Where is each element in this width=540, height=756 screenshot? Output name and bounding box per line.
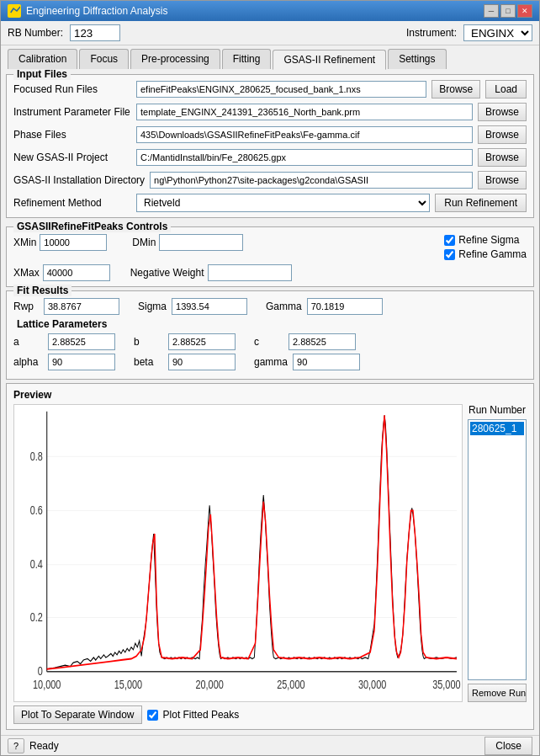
gsas-install-row: GSAS-II Installation Directory Browse xyxy=(13,171,527,189)
gamma2-label: gamma xyxy=(254,356,288,368)
tab-focus[interactable]: Focus xyxy=(79,49,129,69)
svg-text:15,000: 15,000 xyxy=(114,678,142,691)
tab-settings[interactable]: Settings xyxy=(388,49,446,69)
xmax-label: XMax xyxy=(13,267,40,279)
svg-text:35,000: 35,000 xyxy=(432,678,460,691)
run-number-panel: Run Number 280625_1 Remove Run xyxy=(468,404,527,702)
run-refinement-button[interactable]: Run Refinement xyxy=(435,194,527,212)
instrument-param-input[interactable] xyxy=(136,104,473,120)
alpha-input[interactable] xyxy=(48,354,115,370)
controls-group: GSASIIRefineFitPeaks Controls XMin DMin … xyxy=(6,226,534,287)
refinement-method-label: Refinement Method xyxy=(13,197,131,209)
svg-text:0.6: 0.6 xyxy=(30,504,43,518)
alpha-label: alpha xyxy=(13,356,43,368)
instrument-param-browse[interactable]: Browse xyxy=(478,103,527,121)
main-window: Engineering Diffraction Analysis ─ □ ✕ R… xyxy=(0,0,540,756)
instrument-param-row: Instrument Parameter File Browse xyxy=(13,103,527,121)
b-input[interactable] xyxy=(168,333,236,350)
rwp-label: Rwp xyxy=(13,301,39,312)
sigma-label: Sigma xyxy=(138,301,167,312)
input-files-title: Input Files xyxy=(13,69,71,80)
gsas-install-input[interactable] xyxy=(150,172,473,189)
refine-gamma-checkbox[interactable] xyxy=(444,249,455,260)
rwp-input[interactable] xyxy=(44,298,119,315)
plot-fitted-label: Plot Fitted Peaks xyxy=(163,709,240,721)
status-bar: ? Ready Close xyxy=(1,735,539,755)
minimize-button[interactable]: ─ xyxy=(484,4,499,18)
gsas-install-browse[interactable]: Browse xyxy=(478,171,527,189)
rb-number-label: RB Number: xyxy=(8,27,63,39)
plot-fitted-checkbox[interactable] xyxy=(147,710,158,721)
new-gsas-browse[interactable]: Browse xyxy=(478,148,527,167)
xmin-input[interactable] xyxy=(40,234,107,251)
dmin-input[interactable] xyxy=(159,234,243,251)
focused-run-input[interactable] xyxy=(136,81,426,98)
maximize-button[interactable]: □ xyxy=(500,4,516,18)
svg-text:10,000: 10,000 xyxy=(33,678,61,691)
tab-fitting[interactable]: Fitting xyxy=(222,49,272,69)
title-bar: Engineering Diffraction Analysis ─ □ ✕ xyxy=(1,1,539,21)
instrument-param-label: Instrument Parameter File xyxy=(13,106,131,118)
toolbar: RB Number: Instrument: ENGINX xyxy=(1,21,539,45)
gamma-label: Gamma xyxy=(266,301,302,312)
dmin-label: DMin xyxy=(132,237,156,248)
new-gsas-label: New GSAS-II Project xyxy=(13,152,131,163)
gamma2-input[interactable] xyxy=(293,354,360,370)
refinement-select[interactable]: Rietveld Pawley xyxy=(136,194,430,212)
phase-row: Phase Files Browse xyxy=(13,125,527,144)
c-label: c xyxy=(254,336,283,348)
phase-label: Phase Files xyxy=(13,129,131,141)
svg-text:0.2: 0.2 xyxy=(30,611,43,625)
run-number-item[interactable]: 280625_1 xyxy=(470,422,524,435)
instrument-label: Instrument: xyxy=(406,27,457,39)
preview-group: Preview 0 0.2 0.4 0.6 0.8 xyxy=(6,383,534,730)
focused-run-browse[interactable]: Browse xyxy=(431,80,480,98)
close-button[interactable]: Close xyxy=(484,737,532,755)
gamma-input[interactable] xyxy=(307,298,383,315)
lattice-section: Lattice Parameters a b c alpha beta gamm… xyxy=(13,318,527,370)
preview-title: Preview xyxy=(13,389,527,401)
window-controls: ─ □ ✕ xyxy=(484,4,532,18)
diffraction-chart: 0 0.2 0.4 0.6 0.8 xyxy=(14,405,462,701)
phase-browse[interactable]: Browse xyxy=(478,125,527,144)
tab-calibration[interactable]: Calibration xyxy=(8,49,77,69)
load-button[interactable]: Load xyxy=(485,80,527,98)
tab-gsas2-refinement[interactable]: GSAS-II Refinement xyxy=(273,50,386,70)
sigma-input[interactable] xyxy=(172,298,247,315)
main-content: Input Files Focused Run Files Browse Loa… xyxy=(1,69,539,735)
refine-gamma-label: Refine Gamma xyxy=(458,248,527,260)
phase-input[interactable] xyxy=(136,126,473,143)
rb-number-input[interactable] xyxy=(70,24,120,41)
a-label: a xyxy=(13,336,43,348)
window-close-button[interactable]: ✕ xyxy=(517,4,532,18)
lattice-angles-row: alpha beta gamma xyxy=(13,354,527,370)
controls-title: GSASIIRefineFitPeaks Controls xyxy=(13,221,171,232)
tab-preprocessing[interactable]: Pre-processing xyxy=(130,49,220,69)
svg-point-0 xyxy=(9,13,12,15)
beta-label: beta xyxy=(134,356,163,368)
svg-text:0: 0 xyxy=(38,665,43,679)
svg-text:20,000: 20,000 xyxy=(196,678,224,691)
status-left: ? Ready xyxy=(8,738,59,753)
svg-text:30,000: 30,000 xyxy=(358,678,386,691)
run-number-list[interactable]: 280625_1 xyxy=(468,419,527,680)
remove-run-button[interactable]: Remove Run xyxy=(468,684,527,702)
new-gsas-row: New GSAS-II Project Browse xyxy=(13,148,527,167)
xmin-label: XMin xyxy=(13,237,36,248)
a-input[interactable] xyxy=(48,333,115,350)
refinement-row: Refinement Method Rietveld Pawley Run Re… xyxy=(13,194,527,212)
negative-weight-input[interactable] xyxy=(208,264,292,281)
new-gsas-input[interactable] xyxy=(136,149,473,166)
focused-run-label: Focused Run Files xyxy=(13,83,131,95)
plot-separate-button[interactable]: Plot To Separate Window xyxy=(13,705,142,724)
c-input[interactable] xyxy=(289,333,356,350)
beta-input[interactable] xyxy=(168,354,236,370)
instrument-select[interactable]: ENGINX xyxy=(463,24,532,41)
refine-sigma-checkbox[interactable] xyxy=(444,235,455,246)
help-button[interactable]: ? xyxy=(8,738,24,753)
svg-text:25,000: 25,000 xyxy=(277,678,304,691)
b-label: b xyxy=(134,336,163,348)
xmax-input[interactable] xyxy=(43,264,110,281)
preview-footer: Plot To Separate Window Plot Fitted Peak… xyxy=(13,705,527,724)
negative-weight-label: Negative Weight xyxy=(130,267,204,279)
